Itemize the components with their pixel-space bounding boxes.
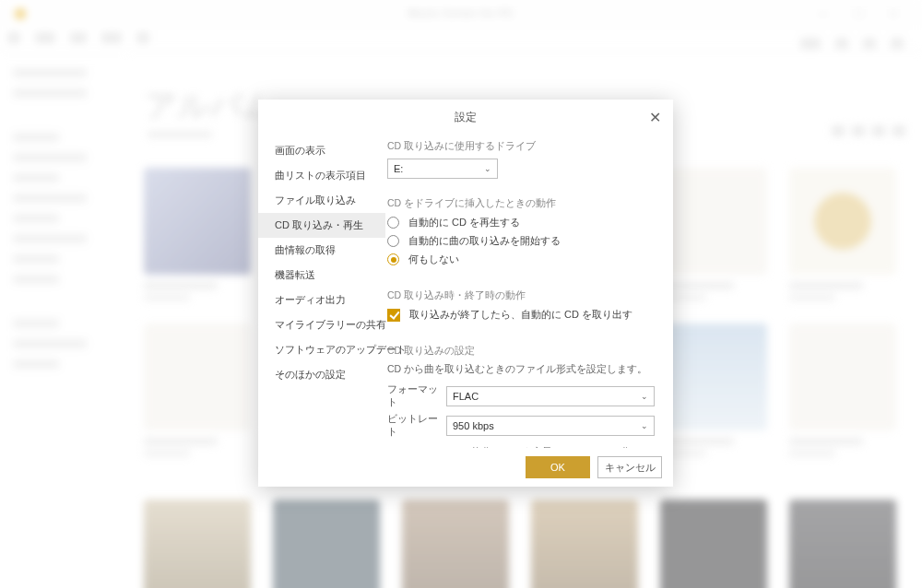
radio-label: 自動的に CD を再生する xyxy=(408,216,520,229)
sidebar-item-lib-share[interactable]: マイライブラリーの共有 xyxy=(258,312,385,337)
radio-do-nothing[interactable]: 何もしない xyxy=(387,253,655,266)
sidebar-item-sw-update[interactable]: ソフトウェアのアップデート xyxy=(258,337,385,362)
checkbox-auto-eject[interactable]: 取り込みが終了したら、自動的に CD を取り出す xyxy=(387,308,655,322)
section-import-title: CD 取り込みの設定 xyxy=(387,345,655,358)
sidebar-item-audio-out[interactable]: オーディオ出力 xyxy=(258,288,385,312)
sidebar-item-columns[interactable]: 曲リストの表示項目 xyxy=(258,163,385,188)
radio-icon xyxy=(387,253,399,265)
section-end-title: CD 取り込み時・終了時の動作 xyxy=(387,289,655,302)
drive-select[interactable]: E: ⌄ xyxy=(387,159,498,179)
sidebar-item-display[interactable]: 画面の表示 xyxy=(258,138,385,163)
dialog-sidebar: 画面の表示 曲リストの表示項目 ファイル取り込み CD 取り込み・再生 曲情報の… xyxy=(258,135,385,448)
radio-icon xyxy=(387,217,399,229)
radio-label: 何もしない xyxy=(408,253,459,266)
dialog-title: 設定 xyxy=(455,110,477,125)
chevron-down-icon: ⌄ xyxy=(641,421,648,430)
sidebar-item-track-info[interactable]: 曲情報の取得 xyxy=(258,238,385,263)
sidebar-item-device-xfer[interactable]: 機器転送 xyxy=(258,263,385,288)
section-import-desc: CD から曲を取り込むときのファイル形式を設定します。 xyxy=(387,363,655,376)
sidebar-item-cd-import[interactable]: CD 取り込み・再生 xyxy=(258,213,385,238)
radio-label: 自動的に曲の取り込みを開始する xyxy=(408,234,561,248)
close-icon[interactable]: ✕ xyxy=(649,109,664,123)
sidebar-item-other[interactable]: そのほかの設定 xyxy=(258,362,385,387)
size-info: CD 1 枚分のデータ容量：543.5 MB (80分) xyxy=(446,446,655,448)
bitrate-label: ビットレート xyxy=(387,413,446,439)
radio-icon xyxy=(387,235,399,247)
checkbox-icon xyxy=(387,309,400,322)
section-insert-title: CD をドライブに挿入したときの動作 xyxy=(387,197,655,210)
sidebar-item-file-import[interactable]: ファイル取り込み xyxy=(258,188,385,213)
drive-select-value: E: xyxy=(394,163,403,174)
chevron-down-icon: ⌄ xyxy=(641,392,648,401)
radio-auto-import[interactable]: 自動的に曲の取り込みを開始する xyxy=(387,234,655,248)
ok-button[interactable]: OK xyxy=(526,456,590,478)
radio-auto-play[interactable]: 自動的に CD を再生する xyxy=(387,216,655,229)
settings-dialog: 設定 ✕ 画面の表示 曲リストの表示項目 ファイル取り込み CD 取り込み・再生… xyxy=(258,100,673,487)
dialog-footer: OK キャンセル xyxy=(258,448,673,487)
dialog-header: 設定 ✕ xyxy=(258,100,673,135)
section-drive-title: CD 取り込みに使用するドライブ xyxy=(387,140,655,153)
format-label: フォーマット xyxy=(387,383,446,409)
format-select[interactable]: FLAC ⌄ xyxy=(446,386,655,406)
checkbox-label: 取り込みが終了したら、自動的に CD を取り出す xyxy=(409,308,632,322)
format-select-value: FLAC xyxy=(453,391,479,402)
bitrate-select-value: 950 kbps xyxy=(453,420,494,431)
chevron-down-icon: ⌄ xyxy=(484,164,491,173)
cancel-button[interactable]: キャンセル xyxy=(597,456,662,478)
bitrate-select[interactable]: 950 kbps ⌄ xyxy=(446,416,655,436)
dialog-content[interactable]: CD 取り込みに使用するドライブ E: ⌄ CD をドライブに挿入したときの動作… xyxy=(385,135,673,448)
